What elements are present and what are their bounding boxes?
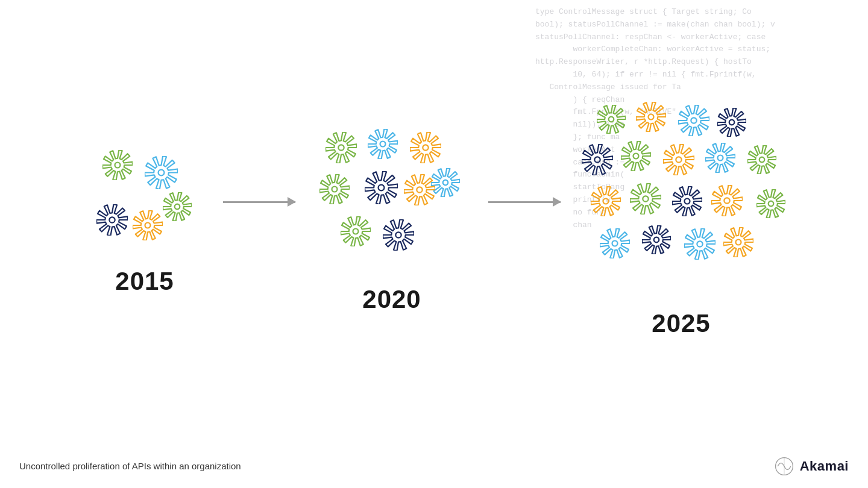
gear-item-10 [630, 183, 661, 214]
svg-point-13 [395, 232, 401, 237]
akamai-logo: Akamai [773, 455, 849, 477]
gear-item-2 [678, 105, 709, 136]
gear-item-7 [705, 143, 735, 173]
svg-point-3 [109, 217, 115, 222]
gear-item-5 [621, 141, 651, 171]
arrow-1 [223, 201, 295, 203]
svg-point-14 [609, 117, 614, 122]
svg-point-22 [760, 157, 765, 163]
year-label-2025: 2025 [652, 309, 710, 338]
svg-point-19 [634, 154, 639, 159]
svg-point-1 [159, 170, 165, 176]
svg-point-8 [443, 180, 448, 186]
svg-point-2 [175, 204, 180, 210]
svg-point-16 [691, 117, 696, 123]
svg-point-21 [718, 155, 723, 161]
gear-item-3 [431, 168, 460, 197]
gear-item-11 [672, 186, 702, 216]
svg-point-18 [594, 157, 600, 162]
gear-item-2 [410, 132, 441, 163]
gear-item-1 [636, 102, 666, 132]
gear-item-8 [383, 219, 414, 251]
year-label-2015: 2015 [115, 267, 174, 296]
gear-item-15 [684, 228, 715, 260]
svg-point-15 [649, 114, 654, 120]
svg-point-26 [724, 198, 729, 203]
svg-point-6 [380, 142, 386, 147]
caption: Uncontrolled proliferation of APIs withi… [19, 461, 241, 471]
year-group-2020: 2020 [313, 126, 470, 314]
svg-point-9 [332, 187, 338, 192]
svg-point-7 [423, 145, 428, 150]
gear-item-14 [642, 225, 671, 254]
gear-item-9 [591, 186, 621, 216]
svg-point-10 [379, 185, 385, 191]
gear-item-6 [663, 144, 694, 175]
arrow-line-2 [488, 201, 561, 203]
gear-item-6 [404, 174, 435, 205]
gear-item-5 [365, 171, 398, 204]
svg-point-0 [115, 163, 121, 168]
gear-item-17 [756, 189, 785, 218]
svg-point-24 [643, 196, 648, 201]
svg-point-20 [676, 157, 681, 162]
gear-item-4 [133, 210, 163, 240]
year-label-2020: 2020 [362, 285, 421, 314]
year-group-2025: 2025 [579, 102, 784, 338]
gear-item-2 [163, 192, 192, 221]
svg-point-27 [612, 241, 618, 246]
svg-point-12 [353, 229, 359, 234]
gear-item-4 [582, 144, 613, 175]
timeline-row: 2015 [84, 102, 784, 338]
gear-item-4 [319, 174, 350, 204]
akamai-icon [773, 455, 795, 477]
arrow-2 [488, 201, 561, 203]
arrow-line-1 [223, 201, 295, 203]
gear-item-1 [145, 156, 178, 189]
svg-point-25 [685, 199, 690, 204]
gear-item-0 [597, 105, 626, 134]
svg-point-23 [603, 199, 609, 204]
svg-point-5 [338, 145, 344, 150]
gears-2025 [579, 102, 784, 295]
gears-2015 [84, 144, 205, 252]
gear-item-8 [747, 145, 776, 174]
gear-item-1 [368, 129, 398, 159]
main-content: 2015 [0, 0, 868, 488]
gears-2020 [313, 126, 470, 271]
svg-point-28 [654, 237, 659, 243]
gear-item-3 [717, 108, 746, 137]
svg-point-11 [417, 187, 422, 192]
year-group-2015: 2015 [84, 144, 205, 296]
svg-point-29 [697, 241, 702, 246]
svg-point-30 [736, 240, 741, 245]
gear-item-0 [102, 150, 133, 180]
gear-item-13 [600, 228, 630, 258]
gear-item-3 [96, 204, 128, 236]
svg-point-4 [145, 223, 151, 228]
gear-item-12 [711, 185, 743, 216]
gear-item-7 [341, 216, 371, 246]
gear-item-0 [326, 132, 357, 163]
svg-point-17 [729, 120, 735, 125]
gear-item-16 [723, 227, 753, 257]
akamai-logo-text: Akamai [800, 458, 849, 474]
svg-point-31 [769, 201, 774, 207]
